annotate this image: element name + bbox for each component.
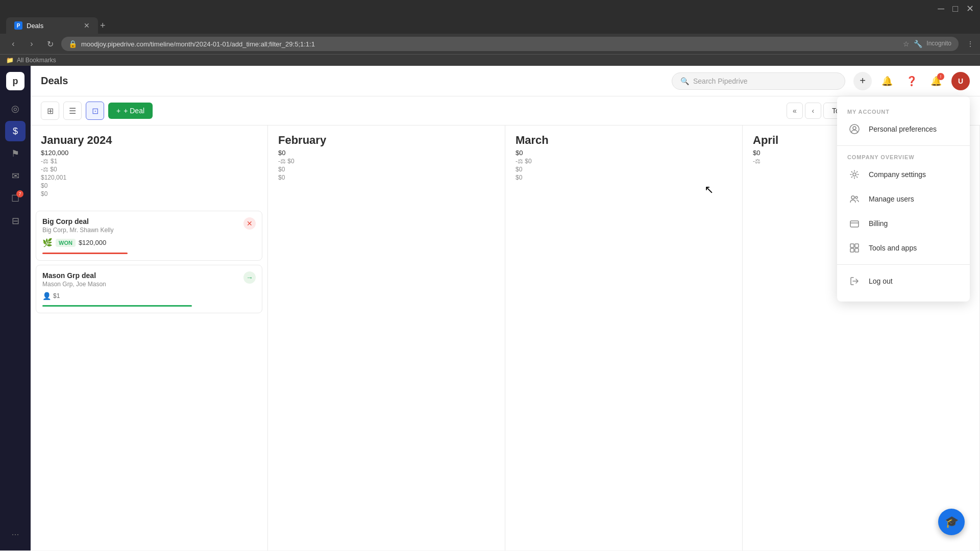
page-title: Deals bbox=[41, 75, 68, 87]
company-settings-item[interactable]: Company settings bbox=[837, 162, 970, 187]
svg-rect-6 bbox=[850, 244, 854, 247]
personal-preferences-item[interactable]: Personal preferences bbox=[837, 117, 970, 141]
list-view-button[interactable]: ☰ bbox=[63, 102, 82, 120]
deal-card-bigcorp-info: Big Corp deal Big Corp, Mr. Shawn Kelly bbox=[42, 217, 113, 234]
month-header-march: March $0 -⚖ $0 $0 $0 bbox=[505, 126, 742, 189]
deal-card-mason[interactable]: Mason Grp deal Mason Grp, Joe Mason → 👤 … bbox=[36, 265, 262, 313]
deal-amount-bigcorp: $120,000 bbox=[79, 239, 106, 246]
more-icon: ··· bbox=[11, 529, 19, 540]
url-bar[interactable]: 🔒 moodjoy.pipedrive.com/timeline/month/2… bbox=[61, 37, 959, 51]
log-out-item[interactable]: Log out bbox=[837, 269, 970, 293]
svg-rect-8 bbox=[850, 248, 854, 252]
upgrade-badge: ! bbox=[937, 73, 944, 80]
sidebar-item-calendar[interactable]: ☐ 7 bbox=[5, 188, 26, 209]
help-button[interactable]: ❓ bbox=[902, 72, 921, 90]
forward-button[interactable]: › bbox=[24, 37, 39, 51]
month-name-march: March bbox=[516, 134, 732, 147]
balance-icon-jan: -⚖ bbox=[41, 158, 48, 165]
back-button[interactable]: ‹ bbox=[6, 37, 20, 51]
svg-point-1 bbox=[853, 127, 856, 130]
first-page-button[interactable]: « bbox=[787, 103, 803, 119]
home-icon: ◎ bbox=[11, 103, 19, 114]
lock-icon: 🔒 bbox=[68, 40, 77, 48]
user-avatar[interactable]: U bbox=[951, 72, 970, 90]
month-detail-feb-3: $0 bbox=[278, 174, 495, 181]
bell-icon: 🔔 bbox=[881, 76, 893, 87]
deal-company-bigcorp: Big Corp, Mr. Shawn Kelly bbox=[42, 227, 113, 234]
billing-item[interactable]: Billing bbox=[837, 211, 970, 236]
deal-card-mason-header: Mason Grp deal Mason Grp, Joe Mason → bbox=[42, 271, 256, 288]
deals-icon: $ bbox=[13, 126, 18, 137]
svg-rect-7 bbox=[855, 244, 859, 247]
month-header-january: January 2024 $120,000 -⚖ -⚖ $1 $1 -⚖ $0 … bbox=[31, 126, 267, 206]
month-amount-february: $0 bbox=[278, 149, 495, 157]
reports-icon: ⊟ bbox=[12, 215, 19, 227]
incognito-label: Incognito bbox=[926, 40, 951, 48]
tab-favicon: P bbox=[14, 21, 22, 30]
month-stats-march: $0 -⚖ $0 $0 $0 bbox=[516, 149, 732, 181]
company-overview-section-title: COMPANY OVERVIEW bbox=[837, 150, 970, 162]
global-add-button[interactable]: + bbox=[853, 72, 872, 90]
deal-company-mason: Mason Grp, Joe Mason bbox=[42, 281, 106, 288]
tab-close-icon[interactable]: ✕ bbox=[84, 21, 90, 30]
list-icon: ☰ bbox=[69, 106, 76, 116]
month-detail-jan-1: -⚖ -⚖ $1 $1 bbox=[41, 158, 257, 165]
calendar-badge: 7 bbox=[16, 190, 23, 197]
search-bar[interactable]: 🔍 Search Pipedrive bbox=[672, 72, 845, 90]
month-detail-jan-4: $0 bbox=[41, 182, 257, 189]
header-actions: + 🔔 ❓ 🔔 ! U bbox=[853, 72, 970, 90]
sidebar-item-reports[interactable]: ⊟ bbox=[5, 211, 26, 231]
person-icon-mason: 👤 bbox=[42, 292, 51, 300]
timeline-icon: ⊡ bbox=[92, 106, 99, 116]
prev-button[interactable]: ‹ bbox=[805, 103, 821, 119]
menu-divider-1 bbox=[837, 145, 970, 146]
deal-person-mason: 👤 $1 bbox=[42, 292, 256, 300]
timeline-view-button[interactable]: ⊡ bbox=[86, 102, 104, 120]
month-amount-january: $120,000 bbox=[41, 149, 257, 157]
tab-label: Deals bbox=[27, 22, 43, 30]
browser-menu-icon[interactable]: ⋮ bbox=[967, 40, 974, 48]
personal-preferences-icon bbox=[847, 122, 862, 136]
upgrade-button[interactable]: 🔔 ! bbox=[927, 72, 945, 90]
add-deal-label: + Deal bbox=[124, 107, 144, 115]
bookmarks-label[interactable]: All Bookmarks bbox=[17, 57, 56, 64]
month-name-february: February bbox=[278, 134, 495, 147]
billing-icon bbox=[847, 216, 862, 231]
account-dropdown-menu: MY ACCOUNT Personal preferences COMPANY … bbox=[837, 96, 970, 302]
kanban-view-button[interactable]: ⊞ bbox=[41, 102, 59, 120]
browser-tab-deals[interactable]: P Deals ✕ bbox=[6, 17, 98, 34]
new-tab-button[interactable]: + bbox=[100, 20, 106, 31]
bookmark-icon[interactable]: ☆ bbox=[903, 40, 910, 48]
refresh-button[interactable]: ↻ bbox=[43, 37, 57, 51]
help-chat-button[interactable]: 🎓 bbox=[938, 509, 965, 535]
sidebar-item-mail[interactable]: ✉ bbox=[5, 166, 26, 186]
add-deal-button[interactable]: + + Deal bbox=[108, 103, 153, 119]
minimize-icon[interactable]: ─ bbox=[938, 4, 944, 14]
company-settings-label: Company settings bbox=[869, 170, 926, 179]
month-detail-mar-3: $0 bbox=[516, 174, 732, 181]
sidebar-item-home[interactable]: ◎ bbox=[5, 98, 26, 119]
app-logo[interactable]: p bbox=[6, 72, 24, 90]
deal-card-mason-info: Mason Grp deal Mason Grp, Joe Mason bbox=[42, 271, 106, 288]
month-detail-jan-2: -⚖ $0 bbox=[41, 166, 257, 173]
tools-and-apps-item[interactable]: Tools and apps bbox=[837, 236, 970, 260]
manage-users-item[interactable]: Manage users bbox=[837, 187, 970, 211]
notifications-button[interactable]: 🔔 bbox=[878, 72, 896, 90]
company-settings-icon bbox=[847, 167, 862, 182]
deal-card-bigcorp-header: Big Corp deal Big Corp, Mr. Shawn Kelly … bbox=[42, 217, 256, 234]
deal-progress-mason bbox=[42, 305, 192, 307]
deal-card-bigcorp[interactable]: Big Corp deal Big Corp, Mr. Shawn Kelly … bbox=[36, 211, 262, 261]
deal-name-bigcorp: Big Corp deal bbox=[42, 217, 113, 226]
close-icon[interactable]: ✕ bbox=[966, 3, 974, 14]
month-detail-jan-5: $0 bbox=[41, 190, 257, 197]
deal-status-won-icon: → bbox=[243, 271, 256, 284]
month-detail-mar-1: -⚖ $0 bbox=[516, 158, 732, 165]
month-amount-march: $0 bbox=[516, 149, 732, 157]
deal-name-mason: Mason Grp deal bbox=[42, 271, 106, 280]
extensions-icon[interactable]: 🔧 bbox=[914, 40, 922, 48]
month-stats-february: $0 -⚖ $0 $0 $0 bbox=[278, 149, 495, 181]
sidebar-more-button[interactable]: ··· bbox=[5, 524, 26, 544]
sidebar-item-deals[interactable]: $ bbox=[5, 121, 26, 141]
sidebar-item-activities[interactable]: ⚑ bbox=[5, 143, 26, 164]
maximize-icon[interactable]: □ bbox=[952, 4, 958, 14]
